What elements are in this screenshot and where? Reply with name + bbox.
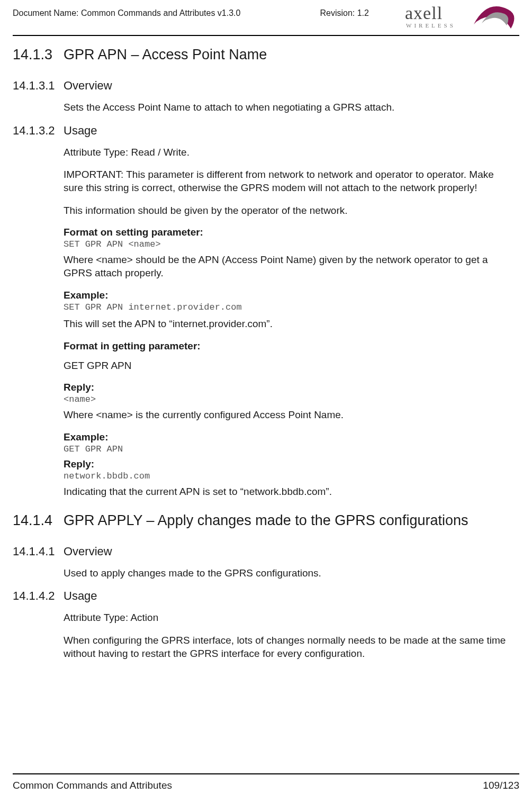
- subsection-title: Usage: [64, 589, 519, 603]
- body-text: IMPORTANT: This parameter is different f…: [64, 168, 507, 194]
- subsection-number: 14.1.3.1: [13, 79, 64, 93]
- logo-swirl-icon: [474, 6, 514, 29]
- document-name: Document Name: Common Commands and Attri…: [13, 7, 240, 18]
- reply-label: Reply:: [64, 382, 507, 393]
- footer-divider: [13, 773, 519, 774]
- section-number: 14.1.3: [13, 47, 64, 63]
- document-page: Document Name: Common Commands and Attri…: [0, 0, 532, 803]
- subsection-title: Overview: [64, 545, 519, 558]
- footer-title: Common Commands and Attributes: [13, 780, 172, 791]
- revision-label: Revision: 1.2: [320, 7, 369, 18]
- body-text: This information should be given by the …: [64, 204, 507, 218]
- body-text: Where <name> is the currently configured…: [64, 409, 507, 422]
- code-line: <name>: [64, 394, 507, 404]
- subsection-number: 14.1.3.2: [13, 124, 64, 138]
- section-title: GPR APPLY – Apply changes made to the GP…: [64, 512, 519, 529]
- example-label: Example:: [64, 431, 507, 443]
- subsection-heading: 14.1.4.2 Usage: [13, 589, 519, 603]
- code-line: GET GPR APN: [64, 444, 507, 454]
- body-text: Attribute Type: Read / Write.: [64, 146, 507, 159]
- brand-logo: axell WIRELESS: [405, 3, 521, 33]
- format-label: Format in getting parameter:: [64, 340, 507, 352]
- logo-sub-text: WIRELESS: [406, 22, 456, 29]
- body-text: Sets the Access Point Name to attach to …: [64, 101, 507, 114]
- code-line: network.bbdb.com: [64, 471, 507, 481]
- code-line: SET GPR APN internet.provider.com: [64, 302, 507, 312]
- body-text: Indicating that the current APN is set t…: [64, 485, 507, 499]
- subsection-number: 14.1.4.1: [13, 545, 64, 558]
- example-label: Example:: [64, 290, 507, 301]
- subsection-title: Usage: [64, 124, 519, 138]
- logo-main-text: axell: [405, 3, 443, 23]
- subsection-number: 14.1.4.2: [13, 589, 64, 603]
- page-footer: Common Commands and Attributes 109/123: [13, 773, 519, 791]
- section-number: 14.1.4: [13, 512, 64, 529]
- body-text: Attribute Type: Action: [64, 611, 507, 625]
- body-text: GET GPR APN: [64, 359, 507, 373]
- subsection-title: Overview: [64, 79, 519, 93]
- reply-label: Reply:: [64, 458, 507, 470]
- body-text: Where <name> should be the APN (Access P…: [64, 254, 507, 279]
- page-header: Document Name: Common Commands and Attri…: [13, 7, 519, 35]
- body-text: This will set the APN to “internet.provi…: [64, 318, 507, 331]
- section-title: GPR APN – Access Point Name: [64, 47, 519, 63]
- header-divider: [13, 35, 519, 36]
- page-number: 109/123: [483, 780, 519, 791]
- subsection-heading: 14.1.3.2 Usage: [13, 124, 519, 138]
- section-heading: 14.1.4 GPR APPLY – Apply changes made to…: [13, 512, 519, 529]
- body-text: When configuring the GPRS interface, lot…: [64, 634, 507, 660]
- subsection-heading: 14.1.4.1 Overview: [13, 545, 519, 558]
- format-label: Format on setting parameter:: [64, 227, 507, 238]
- subsection-heading: 14.1.3.1 Overview: [13, 79, 519, 93]
- code-line: SET GPR APN <name>: [64, 239, 507, 249]
- body-text: Used to apply changes made to the GPRS c…: [64, 567, 507, 580]
- section-heading: 14.1.3 GPR APN – Access Point Name: [13, 47, 519, 63]
